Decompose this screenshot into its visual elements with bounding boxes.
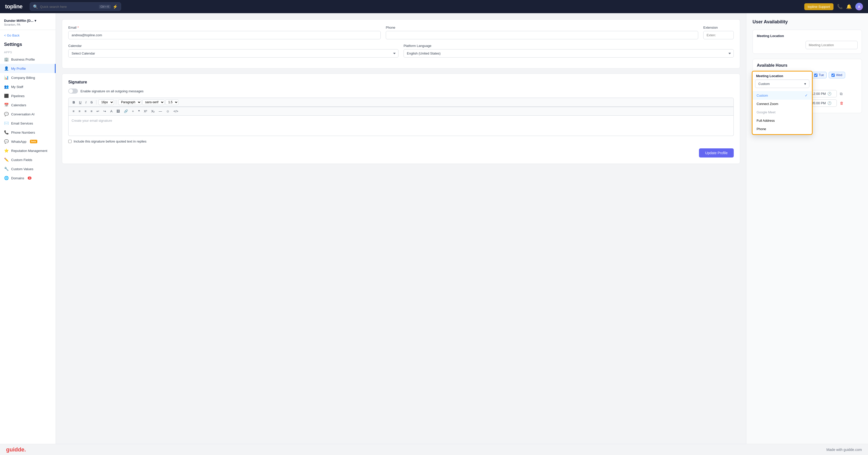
- font-select[interactable]: sans-serif: [143, 99, 164, 105]
- sidebar-item-my-staff[interactable]: 👥 My Staff: [0, 82, 56, 91]
- option-label-phone: Phone: [756, 127, 766, 131]
- redo-button[interactable]: ↪: [102, 108, 107, 114]
- option-label-full-address: Full Address: [756, 119, 775, 123]
- search-shortcut: Ctrl + K: [99, 5, 111, 9]
- dropdown-selected[interactable]: Custom ▾: [755, 79, 809, 88]
- dropdown-option-full-address[interactable]: Full Address: [752, 117, 812, 125]
- support-button[interactable]: topline Support: [804, 3, 834, 10]
- sidebar-item-phone-numbers[interactable]: 📞 Phone Numbers: [0, 128, 56, 137]
- sidebar-item-email-services[interactable]: ✉️ Email Services: [0, 119, 56, 128]
- day-chip-wed[interactable]: Wed: [829, 72, 845, 78]
- avatar[interactable]: A: [855, 3, 863, 10]
- sidebar-item-reputation-management[interactable]: ⭐ Reputation Management: [0, 146, 56, 155]
- contact-info-section: Email * Phone Extension Calendar S: [62, 19, 740, 68]
- meeting-location-input[interactable]: [806, 41, 858, 49]
- strike2-button[interactable]: —: [157, 108, 163, 114]
- chevron-icon: ▾: [804, 82, 806, 86]
- paragraph-select[interactable]: Paragraph: [118, 99, 142, 105]
- meeting-location-dropdown[interactable]: Meeting Location Custom ▾ Custom ✓ Conne: [752, 71, 813, 135]
- custom-fields-icon: ✏️: [4, 158, 9, 162]
- footer-bar: guidde. Made with guidde.com: [0, 444, 868, 455]
- underline-button[interactable]: U: [78, 100, 83, 105]
- include-signature-checkbox[interactable]: [68, 140, 71, 143]
- meeting-location-label: Meeting Location: [757, 34, 858, 38]
- font-size-select[interactable]: 16px: [98, 99, 114, 105]
- strikethrough-button[interactable]: S: [89, 100, 94, 105]
- delete-time-2-button[interactable]: 🗑: [839, 100, 845, 106]
- dropdown-option-google-meet: Google Meet: [752, 108, 812, 117]
- extension-field[interactable]: [703, 31, 734, 39]
- plus-button[interactable]: +: [130, 108, 135, 114]
- signature-section-title: Signature: [68, 80, 734, 85]
- dropdown-option-custom[interactable]: Custom ✓: [752, 91, 812, 100]
- toolbar-divider-1: [96, 100, 96, 104]
- search-bar[interactable]: 🔍 Ctrl + K ⚡: [30, 2, 121, 11]
- bold-button[interactable]: B: [71, 100, 76, 105]
- include-signature-label: Include this signature before quoted tex…: [73, 139, 147, 143]
- sidebar-item-calendars[interactable]: 📅 Calendars: [0, 100, 56, 109]
- quote-button[interactable]: ❝: [136, 108, 142, 114]
- subscript-button[interactable]: X₂: [150, 108, 156, 114]
- image-button[interactable]: 🖼: [115, 108, 121, 114]
- dropdown-option-connect-zoom[interactable]: Connect Zoom: [752, 100, 812, 108]
- wed-label: Wed: [836, 73, 842, 77]
- sidebar-item-whatsapp[interactable]: 💬 WhatsApp beta: [0, 137, 56, 146]
- app-layout: Dunder Mifflin [D... ▾ Scranton, PA < Go…: [0, 0, 868, 455]
- apps-section-title: Apps: [0, 49, 56, 55]
- pipelines-icon: ⬛: [4, 94, 9, 98]
- copy-time-1-button[interactable]: ⧉: [839, 91, 844, 97]
- undo-button[interactable]: ↩: [95, 108, 101, 114]
- color-button[interactable]: A: [108, 108, 114, 114]
- editor-toolbar-2: ≡ ≡ ≡ ≡ ↩ ↪ A 🖼 🔗 + ❝ X² X₂ — ☺ </>: [68, 107, 734, 116]
- phone-field[interactable]: [386, 31, 698, 39]
- billing-icon: 📊: [4, 75, 9, 80]
- end-time-2[interactable]: 05:00 PM 🕐: [809, 99, 837, 107]
- domains-icon: 🌐: [4, 176, 9, 180]
- align-left-button[interactable]: ≡: [71, 108, 76, 114]
- code-button[interactable]: </>: [172, 108, 180, 114]
- sidebar-item-company-billing[interactable]: 📊 Company Billing: [0, 73, 56, 82]
- sidebar-item-pipelines[interactable]: ⬛ Pipelines: [0, 91, 56, 100]
- calendar-select[interactable]: Select Calendar: [68, 49, 399, 58]
- contact-form-row: Email * Phone Extension: [68, 26, 734, 39]
- meeting-loc-select-wrapper: Meeting Location Custom ▾ Custom ✓ Conne: [757, 40, 803, 50]
- emoji-button[interactable]: ☺: [164, 108, 171, 114]
- update-profile-button[interactable]: Update Profile: [699, 149, 734, 158]
- bell-icon[interactable]: 🔔: [846, 4, 852, 9]
- calendar-icon: 📅: [4, 103, 9, 107]
- sidebar-item-my-profile[interactable]: 👤 My Profile: [0, 64, 56, 73]
- dropdown-option-phone[interactable]: Phone: [752, 125, 812, 133]
- language-select[interactable]: English (United States): [404, 49, 734, 58]
- signature-editor[interactable]: Create your email signature: [68, 116, 734, 136]
- end-time-1[interactable]: 12:00 PM 🕐: [809, 90, 837, 97]
- superscript-button[interactable]: X²: [143, 108, 149, 114]
- workspace-name[interactable]: Dunder Mifflin [D... ▾: [4, 19, 52, 23]
- align-center-button[interactable]: ≡: [77, 108, 82, 114]
- align-justify-button[interactable]: ≡: [89, 108, 94, 114]
- sidebar-item-domains[interactable]: 🌐 Domains 4: [0, 173, 56, 183]
- sidebar-item-conversation-ai[interactable]: 💬 Conversation AI: [0, 109, 56, 119]
- line-height-select[interactable]: 1.5: [165, 99, 179, 105]
- sidebar-item-business-profile[interactable]: 🏢 Business Profile: [0, 55, 56, 64]
- phone-icon[interactable]: 📞: [837, 4, 843, 9]
- day-chip-tue[interactable]: Tue: [811, 72, 827, 78]
- phone-numbers-icon: 📞: [4, 130, 9, 135]
- guidde-logo: guidde.: [6, 446, 26, 453]
- sidebar-item-custom-values[interactable]: 🔧 Custom Values: [0, 164, 56, 173]
- form-actions: Update Profile: [68, 149, 734, 158]
- align-right-button[interactable]: ≡: [83, 108, 88, 114]
- sidebar-item-label: Calendars: [11, 103, 26, 107]
- search-input[interactable]: [40, 5, 97, 9]
- beta-badge: beta: [30, 140, 37, 143]
- link-button[interactable]: 🔗: [122, 108, 129, 114]
- calendar-group: Calendar Select Calendar: [68, 44, 399, 58]
- email-group: Email *: [68, 26, 381, 39]
- tue-checkbox[interactable]: [814, 73, 817, 77]
- signature-section: Signature Enable signature on all outgoi…: [62, 73, 740, 164]
- italic-button[interactable]: I: [84, 100, 88, 105]
- wed-checkbox[interactable]: [832, 73, 835, 77]
- signature-toggle[interactable]: [68, 89, 78, 94]
- email-field[interactable]: [68, 31, 381, 39]
- go-back-link[interactable]: < Go Back: [0, 32, 56, 40]
- sidebar-item-custom-fields[interactable]: ✏️ Custom Fields: [0, 155, 56, 164]
